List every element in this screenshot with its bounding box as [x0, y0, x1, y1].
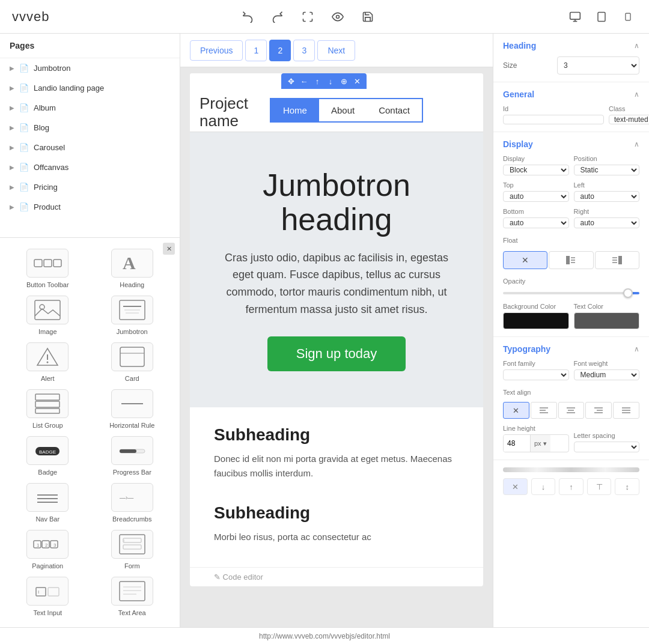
- drag-down-icon[interactable]: ↓: [324, 75, 337, 87]
- redo-button[interactable]: [269, 8, 287, 26]
- font-weight-select[interactable]: Medium Light Regular Bold: [574, 369, 640, 380]
- jumbotron-signup-button[interactable]: Sign up today: [267, 336, 406, 371]
- canvas-nav-contact[interactable]: Contact: [367, 99, 422, 121]
- text-align-center-button[interactable]: [558, 402, 585, 419]
- text-color-group: Text Color: [574, 303, 640, 329]
- svg-rect-48: [120, 582, 145, 601]
- page-label: Jumbotron: [34, 64, 70, 73]
- tablet-view-button[interactable]: [593, 8, 611, 26]
- component-label: Card: [125, 375, 139, 382]
- subheading-2-text: Morbi leo risus, porta ac consectetur ac: [214, 530, 459, 544]
- subheading-1: Subheading: [214, 425, 459, 445]
- general-section-header[interactable]: General ∧: [503, 90, 639, 99]
- page-1-button[interactable]: 1: [245, 40, 267, 61]
- component-panel-close-button[interactable]: ✕: [163, 243, 175, 255]
- undo-button[interactable]: [239, 8, 257, 26]
- float-none-button[interactable]: ✕: [503, 251, 547, 269]
- desktop-view-button[interactable]: [566, 8, 584, 26]
- component-badge[interactable]: BADGE Badge: [8, 436, 87, 476]
- page-3-button[interactable]: 3: [293, 40, 315, 61]
- preview-button[interactable]: [329, 8, 347, 26]
- svg-point-20: [47, 362, 49, 363]
- transform-up-button[interactable]: ↑: [559, 478, 583, 495]
- save-button[interactable]: [359, 8, 377, 26]
- font-family-select[interactable]: [503, 369, 569, 380]
- display-select[interactable]: Block Inline Flex None: [503, 165, 569, 175]
- bottom-select[interactable]: auto: [503, 217, 569, 228]
- text-align-right-button[interactable]: [585, 402, 612, 419]
- canvas-nav-home[interactable]: Home: [271, 99, 319, 121]
- float-right-button[interactable]: [595, 251, 639, 269]
- text-align-left-button[interactable]: [531, 402, 557, 419]
- svg-rect-25: [35, 409, 59, 413]
- page-label: Album: [34, 103, 56, 112]
- opacity-slider[interactable]: [503, 292, 639, 294]
- transform-baseline-button[interactable]: ⊤: [587, 478, 612, 495]
- page-item-carousel[interactable]: ▶ 📄 Carousel: [0, 138, 180, 157]
- page-item-landio[interactable]: ▶ 📄 Landio landing page: [0, 78, 180, 98]
- drag-move-icon[interactable]: ✥: [285, 75, 297, 87]
- horizontal-rule-icon: [111, 389, 153, 418]
- next-page-button[interactable]: Next: [317, 40, 355, 61]
- page-item-pricing[interactable]: ▶ 📄 Pricing: [0, 177, 180, 197]
- component-list-group[interactable]: List Group: [8, 389, 87, 429]
- line-height-input[interactable]: [504, 435, 530, 452]
- canvas-nav-about[interactable]: About: [319, 99, 367, 121]
- component-card[interactable]: Card: [93, 342, 172, 382]
- page-item-album[interactable]: ▶ 📄 Album: [0, 98, 180, 118]
- transform-spread-button[interactable]: ↕: [615, 478, 639, 495]
- svg-rect-9: [44, 260, 52, 267]
- component-pagination[interactable]: 123 Pagination: [8, 530, 87, 570]
- component-alert[interactable]: Alert: [8, 342, 87, 382]
- mobile-view-button[interactable]: [619, 8, 637, 26]
- opacity-label: Opacity: [503, 278, 525, 285]
- drag-up-icon[interactable]: ↑: [311, 75, 323, 87]
- size-select[interactable]: 3 1 2 4 5 6: [557, 56, 639, 74]
- fullscreen-button[interactable]: [299, 8, 317, 26]
- text-align-none-button[interactable]: ✕: [503, 402, 529, 419]
- transform-x-button[interactable]: ✕: [503, 478, 528, 495]
- component-text-input[interactable]: I Text Input: [8, 577, 87, 616]
- component-progress-bar[interactable]: Progress Bar: [93, 436, 172, 476]
- page-item-jumbotron[interactable]: ▶ 📄 Jumbotron: [0, 58, 180, 78]
- background-color-swatch[interactable]: [503, 312, 569, 329]
- component-image[interactable]: Image: [8, 296, 87, 335]
- drag-left-icon[interactable]: ←: [298, 75, 310, 87]
- drag-copy-icon[interactable]: ⊕: [338, 75, 350, 87]
- component-heading[interactable]: A Heading: [93, 249, 172, 288]
- page-item-product[interactable]: ▶ 📄 Product: [0, 197, 180, 217]
- class-input[interactable]: [609, 115, 649, 124]
- page-item-offcanvas[interactable]: ▶ 📄 Offcanvas: [0, 157, 180, 177]
- component-horizontal-rule[interactable]: Horizontal Rule: [93, 389, 172, 429]
- progress-bar-icon: [111, 436, 153, 465]
- display-section-header[interactable]: Display ∧: [503, 139, 639, 149]
- id-input[interactable]: [503, 115, 604, 124]
- component-jumbotron[interactable]: Jumbotron: [93, 296, 172, 335]
- right-select[interactable]: auto: [574, 217, 640, 228]
- top-select[interactable]: auto: [503, 191, 569, 202]
- component-nav-bar[interactable]: Nav Bar: [8, 483, 87, 523]
- text-color-swatch[interactable]: [574, 312, 640, 329]
- line-height-unit-select[interactable]: px ▾: [530, 435, 550, 452]
- heading-section-header[interactable]: Heading ∧: [503, 41, 639, 50]
- display-collapse-icon: ∧: [634, 140, 639, 148]
- position-select[interactable]: Static Relative Absolute Fixed: [574, 165, 640, 175]
- float-left-button[interactable]: [549, 251, 593, 269]
- code-editor-bar: ✎ Code editor: [190, 567, 483, 586]
- letter-spacing-select[interactable]: [574, 442, 640, 452]
- transform-down-button[interactable]: ↓: [531, 478, 556, 495]
- bottom-label: Bottom: [503, 208, 569, 215]
- drag-delete-icon[interactable]: ✕: [351, 75, 363, 87]
- text-align-justify-button[interactable]: [613, 402, 639, 419]
- component-text-area[interactable]: Text Area: [93, 577, 172, 616]
- left-select[interactable]: auto: [574, 191, 640, 202]
- typography-section-header[interactable]: Typography ∧: [503, 344, 639, 354]
- previous-page-button[interactable]: Previous: [190, 40, 243, 61]
- bottom-field-group: Bottom auto: [503, 208, 569, 228]
- page-2-button[interactable]: 2: [269, 40, 291, 61]
- component-form[interactable]: I Form: [93, 530, 172, 570]
- component-button-toolbar[interactable]: Button Toolbar: [8, 249, 87, 288]
- page-item-blog[interactable]: ▶ 📄 Blog: [0, 118, 180, 138]
- svg-text:I: I: [38, 589, 39, 595]
- component-breadcrumbs[interactable]: —›— Breadcrumbs: [93, 483, 172, 523]
